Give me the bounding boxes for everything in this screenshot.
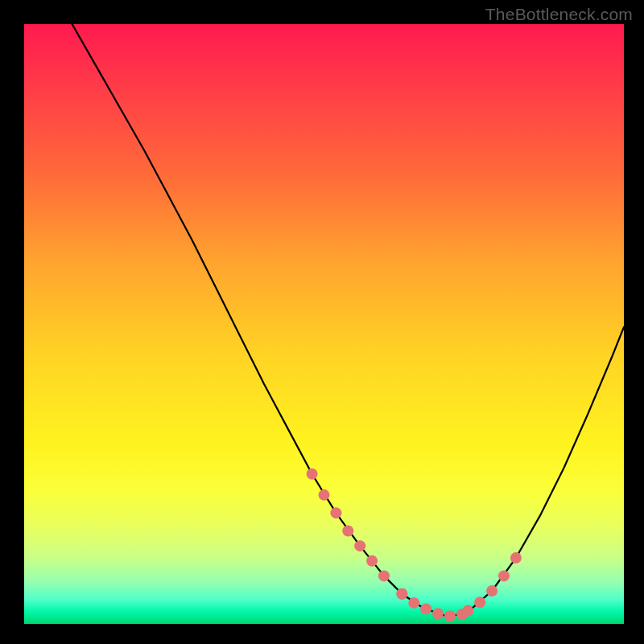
data-point <box>366 555 378 567</box>
data-point <box>307 469 318 480</box>
data-point <box>462 605 473 617</box>
data-point <box>510 552 522 564</box>
curve-svg <box>24 24 624 624</box>
watermark-label: TheBottleneck.com <box>485 5 633 24</box>
data-point <box>444 610 456 621</box>
data-point <box>342 526 353 537</box>
data-point <box>474 597 485 608</box>
data-point <box>432 608 444 619</box>
data-point <box>396 588 407 600</box>
data-point <box>486 585 497 597</box>
data-point <box>378 570 390 581</box>
data-point <box>319 489 330 501</box>
data-point <box>408 597 419 609</box>
data-point <box>420 603 431 614</box>
chart-frame: TheBottleneck.com <box>0 0 644 644</box>
data-point <box>354 540 365 551</box>
plot-area <box>24 24 624 624</box>
data-point <box>498 570 510 581</box>
data-point <box>330 507 341 518</box>
